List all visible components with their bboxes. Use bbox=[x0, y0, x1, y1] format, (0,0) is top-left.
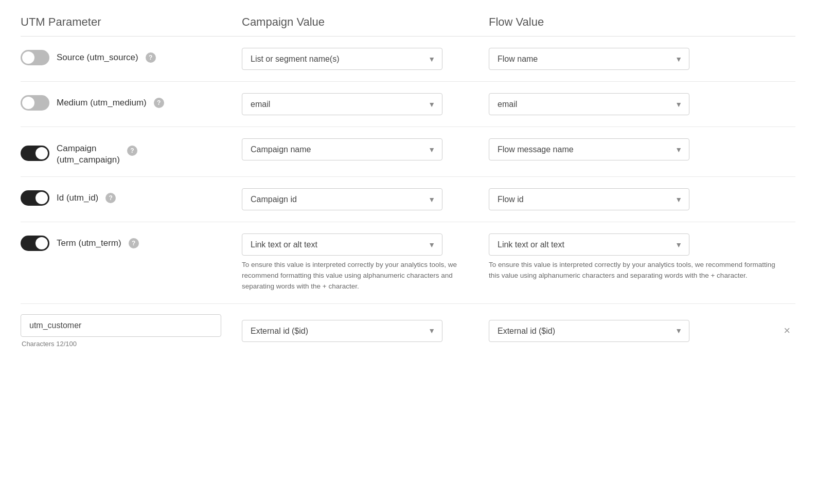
help-icon-term[interactable]: ? bbox=[129, 238, 139, 248]
campaign-select-term[interactable]: Link text or alt text List or segment na… bbox=[242, 233, 442, 256]
campaign-select-campaign[interactable]: Campaign name List or segment name(s) em… bbox=[242, 138, 442, 160]
flow-select-wrapper-source: Flow name Flow message name email Flow i… bbox=[489, 48, 689, 70]
flow-hint-term: To ensure this value is interpreted corr… bbox=[489, 260, 795, 281]
custom-campaign-value: External id ($id) List or segment name(s… bbox=[242, 320, 489, 342]
param-cell-id: Id (utm_id) ? bbox=[21, 188, 242, 206]
delete-custom-row-button[interactable]: × bbox=[778, 325, 795, 336]
param-cell-medium: Medium (utm_medium) ? bbox=[21, 93, 242, 111]
table-header: UTM Parameter Campaign Value Flow Value bbox=[21, 15, 795, 37]
toggle-id[interactable] bbox=[21, 190, 49, 206]
flow-select-wrapper-term: Link text or alt text Flow name Flow mes… bbox=[489, 233, 689, 256]
custom-campaign-select-wrapper: External id ($id) List or segment name(s… bbox=[242, 320, 442, 342]
toggle-medium[interactable] bbox=[21, 95, 49, 111]
campaign-select-wrapper-campaign: Campaign name List or segment name(s) em… bbox=[242, 138, 442, 160]
param-cell-term: Term (utm_term) ? bbox=[21, 233, 242, 251]
custom-flow-value: External id ($id) Flow name Flow message… bbox=[489, 320, 778, 342]
campaign-value-medium: email List or segment name(s) Campaign n… bbox=[242, 93, 489, 115]
campaign-select-wrapper-medium: email List or segment name(s) Campaign n… bbox=[242, 93, 442, 115]
row-campaign: Campaign (utm_campaign) ? Campaign name … bbox=[21, 127, 795, 177]
toggle-knob-medium bbox=[22, 97, 34, 109]
campaign-value-term: Link text or alt text List or segment na… bbox=[242, 233, 489, 292]
toggle-campaign[interactable] bbox=[21, 146, 49, 161]
row-medium: Medium (utm_medium) ? email List or segm… bbox=[21, 82, 795, 127]
label-term: Term (utm_term) bbox=[57, 238, 121, 248]
flow-value-source: Flow name Flow message name email Flow i… bbox=[489, 48, 795, 70]
label-medium: Medium (utm_medium) bbox=[57, 98, 147, 108]
param-cell-source: Source (utm_source) ? bbox=[21, 48, 242, 65]
toggle-knob-campaign bbox=[36, 147, 48, 159]
campaign-select-medium[interactable]: email List or segment name(s) Campaign n… bbox=[242, 93, 442, 115]
campaign-select-wrapper-id: Campaign id List or segment name(s) emai… bbox=[242, 188, 442, 210]
row-term: Term (utm_term) ? Link text or alt text … bbox=[21, 222, 795, 304]
flow-value-medium: email Flow name Flow message name Flow i… bbox=[489, 93, 795, 115]
flow-select-wrapper-campaign: Flow message name Flow name email Flow i… bbox=[489, 138, 689, 160]
row-id: Id (utm_id) ? Campaign id List or segmen… bbox=[21, 177, 795, 222]
toggle-knob-id bbox=[36, 192, 48, 204]
toggle-source[interactable] bbox=[21, 50, 49, 65]
header-utm-param: UTM Parameter bbox=[21, 15, 242, 29]
campaign-hint-term: To ensure this value is interpreted corr… bbox=[242, 260, 489, 292]
header-flow-value: Flow Value bbox=[489, 15, 795, 29]
custom-input-wrapper bbox=[21, 314, 242, 337]
toggle-term[interactable] bbox=[21, 236, 49, 251]
flow-select-wrapper-medium: email Flow name Flow message name Flow i… bbox=[489, 93, 689, 115]
custom-flow-select-wrapper: External id ($id) Flow name Flow message… bbox=[489, 320, 689, 342]
label-campaign: Campaign (utm_campaign) bbox=[57, 143, 120, 165]
campaign-select-source[interactable]: List or segment name(s) Campaign name em… bbox=[242, 48, 442, 70]
campaign-value-campaign: Campaign name List or segment name(s) em… bbox=[242, 138, 489, 160]
campaign-select-id[interactable]: Campaign id List or segment name(s) emai… bbox=[242, 188, 442, 210]
row-source: Source (utm_source) ? List or segment na… bbox=[21, 37, 795, 82]
flow-select-id[interactable]: Flow id Flow name Flow message name emai… bbox=[489, 188, 689, 210]
label-id: Id (utm_id) bbox=[57, 193, 98, 203]
custom-param-input[interactable] bbox=[21, 314, 221, 337]
help-icon-campaign[interactable]: ? bbox=[127, 146, 137, 156]
param-cell-campaign: Campaign (utm_campaign) ? bbox=[21, 138, 242, 165]
campaign-select-wrapper-term: Link text or alt text List or segment na… bbox=[242, 233, 442, 256]
header-campaign-value: Campaign Value bbox=[242, 15, 489, 29]
flow-value-campaign: Flow message name Flow name email Flow i… bbox=[489, 138, 795, 160]
flow-value-term: Link text or alt text Flow name Flow mes… bbox=[489, 233, 795, 281]
custom-campaign-select[interactable]: External id ($id) List or segment name(s… bbox=[242, 320, 442, 342]
help-icon-id[interactable]: ? bbox=[105, 193, 116, 203]
custom-row: Characters 12/100 External id ($id) List… bbox=[21, 304, 795, 352]
toggle-knob-term bbox=[36, 237, 48, 249]
campaign-select-wrapper-source: List or segment name(s) Campaign name em… bbox=[242, 48, 442, 70]
help-icon-source[interactable]: ? bbox=[146, 52, 156, 63]
toggle-knob-source bbox=[22, 51, 34, 64]
campaign-value-source: List or segment name(s) Campaign name em… bbox=[242, 48, 489, 70]
flow-select-campaign[interactable]: Flow message name Flow name email Flow i… bbox=[489, 138, 689, 160]
flow-select-source[interactable]: Flow name Flow message name email Flow i… bbox=[489, 48, 689, 70]
char-count: Characters 12/100 bbox=[21, 340, 242, 348]
label-source: Source (utm_source) bbox=[57, 52, 138, 63]
custom-param-cell: Characters 12/100 bbox=[21, 314, 242, 348]
flow-select-term[interactable]: Link text or alt text Flow name Flow mes… bbox=[489, 233, 689, 256]
custom-flow-select[interactable]: External id ($id) Flow name Flow message… bbox=[489, 320, 689, 342]
campaign-value-id: Campaign id List or segment name(s) emai… bbox=[242, 188, 489, 210]
help-icon-medium[interactable]: ? bbox=[154, 98, 164, 108]
flow-select-wrapper-id: Flow id Flow name Flow message name emai… bbox=[489, 188, 689, 210]
flow-value-id: Flow id Flow name Flow message name emai… bbox=[489, 188, 795, 210]
flow-select-medium[interactable]: email Flow name Flow message name Flow i… bbox=[489, 93, 689, 115]
